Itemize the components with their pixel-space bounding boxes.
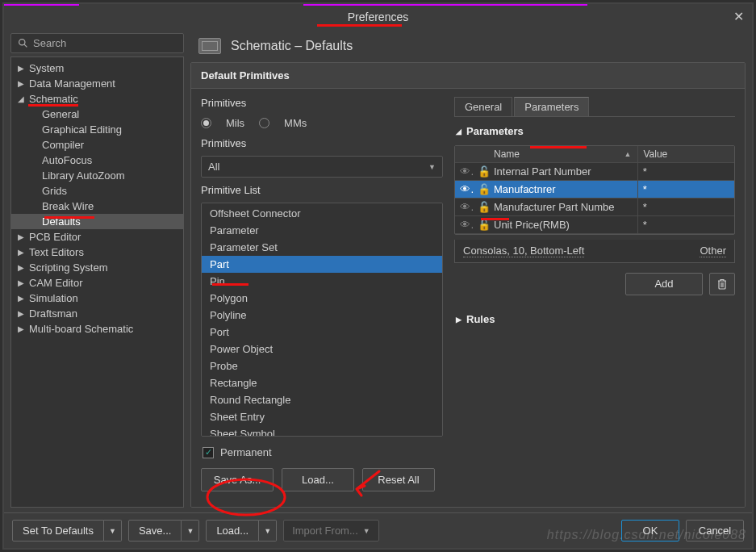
- import-from-button[interactable]: Import From... ▼: [283, 520, 379, 542]
- permanent-checkbox[interactable]: ✓: [203, 447, 214, 458]
- param-value[interactable]: *: [637, 199, 734, 215]
- list-item[interactable]: Polygon: [202, 290, 442, 307]
- tab-general[interactable]: General: [454, 97, 512, 116]
- set-to-defaults-label: Set To Defaults: [12, 520, 104, 542]
- search-input[interactable]: Search: [10, 33, 184, 53]
- list-item[interactable]: Parameter Set: [202, 239, 442, 256]
- tree-item[interactable]: ▶Draftsman: [11, 306, 183, 321]
- primitives-dropdown[interactable]: All ▼: [201, 156, 443, 178]
- tree-item[interactable]: ▶Scripting System: [11, 260, 183, 275]
- parameters-section-label: Parameters: [466, 125, 524, 137]
- tree-item[interactable]: ◢Schematic: [11, 91, 183, 107]
- schematic-page-icon: [198, 38, 221, 54]
- add-button[interactable]: Add: [625, 273, 703, 295]
- tree-item-label: Grids: [42, 185, 67, 197]
- table-row[interactable]: 👁🔓Manufacturer Part Numbe*: [455, 199, 734, 216]
- list-item[interactable]: Offsheet Connector: [202, 205, 442, 222]
- list-item[interactable]: Polyline: [202, 307, 442, 324]
- list-item[interactable]: Rectangle: [202, 374, 442, 391]
- rules-section-head[interactable]: ▶ Rules: [454, 310, 735, 328]
- table-row[interactable]: 👁🔓Unit Price(RMB)*: [455, 216, 734, 234]
- visibility-icon[interactable]: 👁: [455, 216, 473, 233]
- visibility-icon[interactable]: 👁: [455, 163, 473, 180]
- tree-item[interactable]: ▶Text Editors: [11, 245, 183, 260]
- list-item[interactable]: Sheet Symbol: [202, 425, 442, 437]
- chevron-down-icon: ▼: [428, 163, 436, 171]
- visibility-icon[interactable]: 👁: [455, 199, 473, 215]
- lock-icon[interactable]: 🔓: [473, 199, 489, 215]
- tree-item[interactable]: ▶PCB Editor: [11, 229, 183, 245]
- parameters-header[interactable]: Name▲ Value: [455, 146, 734, 163]
- font-row[interactable]: Consolas, 10, Bottom-Left Other: [454, 240, 735, 263]
- footer-load-button[interactable]: Load... ▼: [206, 520, 277, 542]
- param-name: Manufactnrer: [489, 181, 637, 198]
- font-info[interactable]: Consolas, 10, Bottom-Left: [463, 245, 584, 257]
- tree-item[interactable]: ▶CAM Editor: [11, 275, 183, 291]
- lock-icon[interactable]: 🔓: [473, 216, 489, 233]
- tree-item[interactable]: ▶Data Management: [11, 76, 183, 91]
- tree-item-label: Draftsman: [29, 307, 77, 320]
- window-title: Preferences: [343, 9, 413, 25]
- tree-item[interactable]: Graphical Editing: [11, 122, 183, 137]
- list-item[interactable]: Part: [202, 256, 442, 273]
- tree-arrow-icon: ▶: [18, 309, 29, 318]
- tree-item[interactable]: Break Wire: [11, 199, 183, 214]
- list-item[interactable]: Port: [202, 324, 442, 341]
- list-item[interactable]: Power Object: [202, 341, 442, 358]
- mils-label: Mils: [226, 117, 244, 129]
- param-value[interactable]: *: [637, 216, 734, 233]
- tree-item[interactable]: Grids: [11, 183, 183, 199]
- tab-parameters[interactable]: Parameters: [514, 97, 589, 116]
- list-item[interactable]: Parameter: [202, 222, 442, 239]
- tree-item[interactable]: Defaults: [11, 214, 183, 229]
- param-value[interactable]: *: [637, 181, 734, 198]
- footer-save-label: Save...: [128, 520, 182, 542]
- parameters-section-head[interactable]: ◢ Parameters: [454, 122, 735, 140]
- close-icon[interactable]: ✕: [733, 9, 744, 24]
- footer-save-button[interactable]: Save... ▼: [128, 520, 199, 542]
- delete-button[interactable]: [709, 273, 735, 295]
- tree-item-label: Simulation: [29, 292, 78, 304]
- param-value[interactable]: *: [637, 163, 734, 180]
- tree-item[interactable]: ▶System: [11, 61, 183, 76]
- ok-button[interactable]: OK: [621, 520, 679, 542]
- reset-all-button[interactable]: Reset All: [362, 468, 435, 491]
- list-item[interactable]: Sheet Entry: [202, 408, 442, 425]
- visibility-icon[interactable]: 👁: [455, 181, 473, 198]
- mils-radio[interactable]: [201, 118, 211, 128]
- load-button[interactable]: Load...: [282, 468, 354, 491]
- chevron-down-icon[interactable]: ▼: [182, 520, 199, 542]
- save-as-button[interactable]: Save As...: [201, 468, 274, 491]
- tree-item[interactable]: AutoFocus: [11, 153, 183, 168]
- tree-item[interactable]: ▶Multi-board Schematic: [11, 321, 183, 337]
- chevron-down-icon[interactable]: ▼: [259, 520, 277, 542]
- lock-icon[interactable]: 🔓: [473, 163, 489, 180]
- tree-arrow-icon: ▶: [18, 232, 29, 241]
- list-item[interactable]: Pin: [202, 273, 442, 290]
- table-row[interactable]: 👁🔓Internal Part Number*: [455, 163, 734, 181]
- cancel-button[interactable]: Cancel: [686, 520, 744, 542]
- tree-arrow-icon: ▶: [18, 79, 29, 88]
- tree-arrow-icon: ▶: [18, 64, 29, 73]
- other-link[interactable]: Other: [700, 245, 726, 257]
- mms-radio[interactable]: [259, 118, 269, 128]
- tree-item-label: Compiler: [42, 139, 84, 151]
- tree-item-label: Scripting System: [29, 261, 108, 274]
- list-item[interactable]: Probe: [202, 358, 442, 374]
- table-row[interactable]: 👁🔓Manufactnrer*: [455, 181, 734, 199]
- tree-item-label: Graphical Editing: [42, 123, 122, 136]
- tree-item-label: Defaults: [42, 215, 81, 228]
- tree-item[interactable]: Compiler: [11, 137, 183, 153]
- tree-arrow-icon: ▶: [18, 324, 29, 333]
- tree-item[interactable]: ▶Simulation: [11, 291, 183, 306]
- tree-item[interactable]: Library AutoZoom: [11, 168, 183, 183]
- chevron-down-icon[interactable]: ▼: [104, 520, 122, 542]
- set-to-defaults-button[interactable]: Set To Defaults ▼: [12, 520, 122, 542]
- tree-item-label: Break Wire: [42, 200, 94, 212]
- tree-item[interactable]: General: [11, 107, 183, 122]
- svg-point-0: [19, 40, 25, 45]
- lock-icon[interactable]: 🔓: [473, 181, 489, 198]
- list-item[interactable]: Round Rectangle: [202, 391, 442, 408]
- chevron-down-icon: ▼: [363, 527, 370, 535]
- primitive-listbox[interactable]: Offsheet ConnectorParameterParameter Set…: [201, 203, 443, 437]
